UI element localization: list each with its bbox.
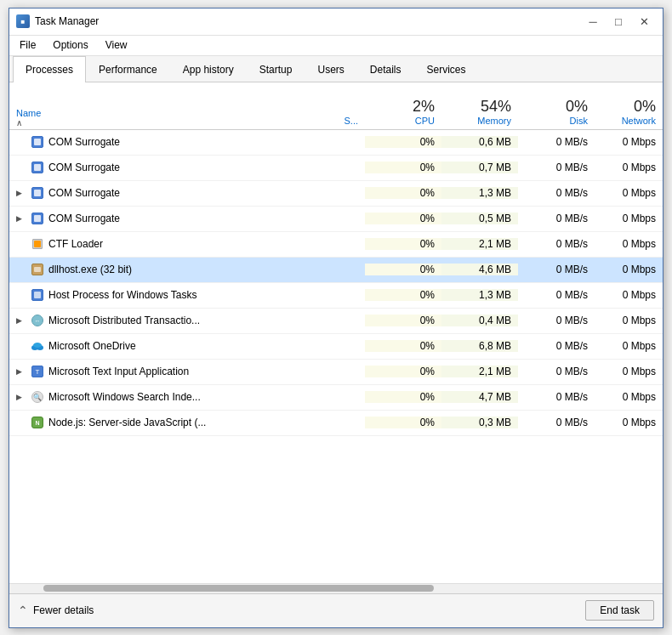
- row-network: 0 Mbps: [595, 136, 663, 148]
- row-network: 0 Mbps: [595, 391, 663, 403]
- col-header-status[interactable]: S...: [322, 116, 365, 128]
- row-cpu: 0%: [365, 417, 441, 428]
- row-network: 0 Mbps: [595, 187, 663, 199]
- maximize-button[interactable]: □: [607, 13, 630, 30]
- row-memory: 0,3 MB: [441, 417, 518, 428]
- col-cpu-label: CPU: [415, 116, 435, 126]
- table-row[interactable]: Microsoft OneDrive 0% 6,8 MB 0 MB/s 0 Mb…: [9, 334, 663, 360]
- table-row[interactable]: COM Surrogate 0% 0,7 MB 0 MB/s 0 Mbps: [9, 156, 663, 181]
- tab-processes[interactable]: Processes: [13, 56, 86, 82]
- fewer-details-label: Fewer details: [33, 604, 94, 616]
- row-disk: 0 MB/s: [518, 238, 595, 250]
- process-icon: [31, 187, 43, 199]
- row-cpu: 0%: [365, 136, 441, 148]
- row-network: 0 Mbps: [595, 340, 663, 352]
- end-task-button[interactable]: End task: [585, 600, 654, 621]
- menu-file[interactable]: File: [13, 37, 43, 53]
- table-row[interactable]: Host Process for Windows Tasks 0% 1,3 MB…: [9, 283, 663, 309]
- col-header-memory[interactable]: 54% Memory: [441, 98, 518, 128]
- process-name-label: COM Surrogate: [48, 213, 120, 224]
- process-icon: [31, 136, 43, 148]
- table-row[interactable]: CTF Loader 0% 2,1 MB 0 MB/s 0 Mbps: [9, 232, 663, 258]
- row-memory: 0,7 MB: [441, 162, 518, 173]
- process-name-label: COM Surrogate: [48, 136, 120, 148]
- process-name-label: Host Process for Windows Tasks: [48, 289, 197, 301]
- table-row[interactable]: ▶ ↔ Microsoft Distributed Transactio... …: [9, 309, 663, 334]
- tab-app-history[interactable]: App history: [170, 56, 247, 82]
- expand-icon[interactable]: ▶: [16, 393, 26, 401]
- window-title: Task Manager: [35, 15, 581, 27]
- table-row[interactable]: COM Surrogate 0% 0,6 MB 0 MB/s 0 Mbps: [9, 130, 663, 156]
- tab-bar: Processes Performance App history Startu…: [9, 56, 663, 82]
- col-header-cpu[interactable]: 2% CPU: [365, 98, 441, 128]
- process-icon: [31, 289, 43, 301]
- row-cpu: 0%: [365, 391, 441, 403]
- row-memory: 2,1 MB: [441, 238, 518, 250]
- menu-options[interactable]: Options: [46, 37, 94, 53]
- row-memory: 0,5 MB: [441, 213, 518, 224]
- col-header-name[interactable]: Name ∧: [9, 108, 322, 128]
- expand-icon[interactable]: ▶: [16, 214, 26, 223]
- table-row[interactable]: N Node.js: Server-side JavaScript (... 0…: [9, 411, 663, 436]
- scrollbar-h-thumb[interactable]: [43, 585, 433, 592]
- process-icon: [31, 238, 43, 250]
- fewer-details-button[interactable]: ⌃ Fewer details: [18, 604, 94, 617]
- svg-point-2: [33, 343, 42, 348]
- horizontal-scrollbar[interactable]: [9, 583, 663, 593]
- window-controls: ─ □ ✕: [581, 13, 656, 30]
- tab-performance[interactable]: Performance: [86, 56, 170, 82]
- row-memory: 0,4 MB: [441, 315, 518, 326]
- col-memory-percent: 54%: [481, 98, 511, 116]
- table-row[interactable]: ▶ COM Surrogate 0% 1,3 MB 0 MB/s 0 Mbps: [9, 181, 663, 207]
- expand-icon[interactable]: ▶: [16, 316, 26, 325]
- table-row[interactable]: ▶ T Microsoft Text Input Application 0% …: [9, 360, 663, 385]
- col-status-label: S...: [344, 116, 358, 126]
- menu-view[interactable]: View: [99, 37, 134, 53]
- tab-services[interactable]: Services: [414, 56, 479, 82]
- minimize-button[interactable]: ─: [581, 13, 605, 30]
- row-process-name: CTF Loader: [9, 238, 322, 250]
- title-bar: ■ Task Manager ─ □ ✕: [9, 9, 663, 36]
- table-row[interactable]: dllhost.exe (32 bit) 0% 4,6 MB 0 MB/s 0 …: [9, 258, 663, 283]
- row-process-name: dllhost.exe (32 bit): [9, 264, 322, 275]
- process-name-label: COM Surrogate: [48, 187, 120, 199]
- row-disk: 0 MB/s: [518, 213, 595, 224]
- row-disk: 0 MB/s: [518, 264, 595, 275]
- tab-users[interactable]: Users: [305, 56, 356, 82]
- row-process-name: ▶ COM Surrogate: [9, 213, 322, 224]
- col-memory-label: Memory: [477, 116, 511, 126]
- row-network: 0 Mbps: [595, 213, 663, 224]
- row-memory: 4,7 MB: [441, 391, 518, 403]
- row-cpu: 0%: [365, 162, 441, 173]
- col-network-label: Network: [622, 116, 656, 126]
- menu-bar: File Options View: [9, 36, 663, 56]
- row-process-name: COM Surrogate: [9, 162, 322, 173]
- close-button[interactable]: ✕: [632, 13, 656, 30]
- row-disk: 0 MB/s: [518, 366, 595, 377]
- row-disk: 0 MB/s: [518, 340, 595, 352]
- row-cpu: 0%: [365, 264, 441, 275]
- col-header-network[interactable]: 0% Network: [595, 98, 663, 128]
- tab-details[interactable]: Details: [357, 56, 414, 82]
- table-row[interactable]: ▶ COM Surrogate 0% 0,5 MB 0 MB/s 0 Mbps: [9, 207, 663, 232]
- table-row[interactable]: ▶ 🔍 Microsoft Windows Search Inde... 0% …: [9, 385, 663, 411]
- main-content: Name ∧ S... 2% CPU 54% Memory 0% Disk 0%…: [9, 82, 663, 593]
- row-disk: 0 MB/s: [518, 162, 595, 173]
- expand-icon[interactable]: ▶: [16, 367, 26, 376]
- expand-icon[interactable]: ▶: [16, 189, 26, 197]
- row-process-name: COM Surrogate: [9, 136, 322, 148]
- row-cpu: 0%: [365, 213, 441, 224]
- row-disk: 0 MB/s: [518, 315, 595, 326]
- process-icon: [31, 264, 43, 275]
- col-header-disk[interactable]: 0% Disk: [518, 98, 595, 128]
- row-cpu: 0%: [365, 340, 441, 352]
- row-memory: 2,1 MB: [441, 366, 518, 377]
- process-table: COM Surrogate 0% 0,6 MB 0 MB/s 0 Mbps CO…: [9, 130, 663, 583]
- tab-startup[interactable]: Startup: [247, 56, 305, 82]
- row-process-name: Host Process for Windows Tasks: [9, 289, 322, 301]
- process-icon: [31, 340, 43, 352]
- task-manager-window: ■ Task Manager ─ □ ✕ File Options View P…: [9, 8, 663, 628]
- process-icon: T: [31, 366, 43, 377]
- col-disk-label: Disk: [570, 116, 588, 126]
- process-icon: [31, 162, 43, 173]
